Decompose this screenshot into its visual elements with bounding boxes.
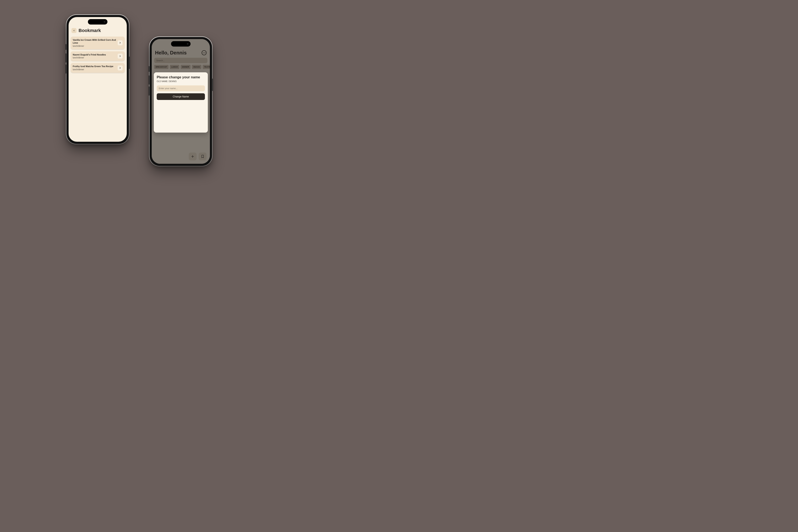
phone-bookmark: Bookmark Vanilla Ice Cream With Grilled …	[66, 15, 129, 144]
dynamic-island	[171, 41, 191, 46]
chevron-right-icon	[119, 42, 121, 44]
bookmark-item-arrow[interactable]	[118, 54, 122, 59]
bookmark-item[interactable]: Vanilla Ice Cream With Grilled Corn And …	[71, 37, 125, 49]
phone-home: Hello, Dennis Search... BREAKFAST LUNCH …	[150, 37, 212, 166]
bookmark-item[interactable]: Frothy Iced Matcha Green Tea Recipe lunc…	[71, 63, 125, 73]
phone-side-button	[212, 79, 213, 91]
phone-side-button	[65, 64, 66, 74]
bookmark-item[interactable]: Naomi Duguid's Fried Noodles lunch/dinne…	[71, 51, 125, 61]
phone-side-button	[149, 75, 149, 84]
change-name-modal: Please change your name OLD NAME: DENNIS…	[154, 72, 208, 133]
modal-title: Please change your name	[157, 75, 205, 79]
bookmark-item-title: Vanilla Ice Cream With Grilled Corn And …	[73, 39, 118, 44]
screen-bookmark: Bookmark Vanilla Ice Cream With Grilled …	[69, 17, 127, 142]
phone-side-button	[65, 53, 66, 62]
back-button[interactable]	[72, 28, 76, 33]
phone-side-button	[149, 66, 149, 72]
chevron-right-icon	[119, 55, 121, 57]
bookmark-item-meal: lunch/dinner	[73, 57, 106, 59]
bookmark-item-meal: lunch/dinner	[73, 45, 118, 47]
bookmark-item-arrow[interactable]	[118, 40, 122, 45]
name-field[interactable]	[157, 86, 205, 91]
phone-side-button	[129, 57, 130, 69]
change-name-button[interactable]: Change Name	[157, 93, 205, 100]
bookmark-item-text: Vanilla Ice Cream With Grilled Corn And …	[73, 39, 118, 47]
page-title: Bookmark	[79, 28, 101, 33]
bookmark-item-text: Naomi Duguid's Fried Noodles lunch/dinne…	[73, 53, 106, 59]
bookmark-list: Vanilla Ice Cream With Grilled Corn And …	[69, 35, 127, 74]
chevron-left-icon	[73, 30, 75, 32]
screen-home: Hello, Dennis Search... BREAKFAST LUNCH …	[152, 39, 210, 164]
bookmark-item-title: Frothy Iced Matcha Green Tea Recipe	[73, 65, 113, 68]
chevron-right-icon	[119, 67, 121, 69]
phone-side-button	[149, 87, 149, 96]
phone-side-button	[65, 44, 66, 50]
bookmark-item-meal: lunch/dinner	[73, 69, 113, 71]
bookmark-item-text: Frothy Iced Matcha Green Tea Recipe lunc…	[73, 65, 113, 71]
modal-subtitle: OLD NAME: DENNIS	[157, 80, 205, 82]
dynamic-island	[88, 19, 108, 24]
bookmark-item-title: Naomi Duguid's Fried Noodles	[73, 53, 106, 56]
bookmark-item-arrow[interactable]	[118, 65, 122, 71]
